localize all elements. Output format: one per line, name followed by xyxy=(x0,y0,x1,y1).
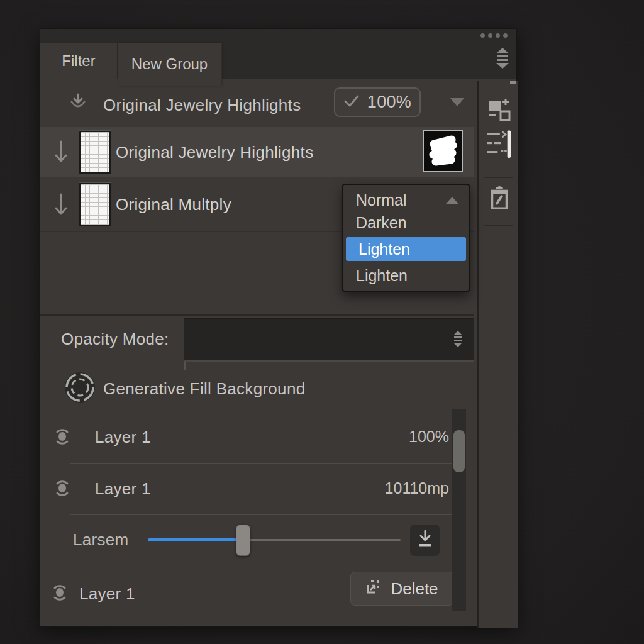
tab-filter[interactable]: Filter xyxy=(40,43,118,79)
list-layer-name: Layer 1 xyxy=(79,584,135,604)
menu-item-lighten-selected[interactable]: Lighten xyxy=(346,237,466,261)
mask-scribble-thumbnail[interactable] xyxy=(423,130,463,172)
row-divider xyxy=(70,514,452,515)
checkmark-icon xyxy=(343,94,360,111)
slider-fill xyxy=(148,538,237,541)
layer-thumbnail[interactable] xyxy=(79,183,111,226)
dashed-circle-icon[interactable] xyxy=(64,371,96,406)
trash-icon[interactable] xyxy=(487,184,511,212)
delete-button-label: Delete xyxy=(391,579,438,599)
generative-fill-row[interactable]: Generative Fill Background xyxy=(40,362,474,411)
slider-label: Larsem xyxy=(73,530,129,550)
opacity-mode-field[interactable] xyxy=(184,318,474,362)
adjustments-list-icon[interactable] xyxy=(487,131,511,159)
group-header-row[interactable]: Original Jewelry Highlights 100% xyxy=(40,79,474,127)
layer-row-jewelry-highlights[interactable]: Original Jewelry Highlights xyxy=(40,127,474,177)
sidebar-divider xyxy=(484,177,513,178)
eye-icon[interactable] xyxy=(55,427,69,450)
arrow-down-icon[interactable] xyxy=(54,192,68,219)
download-icon xyxy=(416,530,434,551)
menu-item-label: Lighten xyxy=(356,267,408,285)
blend-mode-menu: Normal Darken Lighten Lighten xyxy=(342,184,470,292)
menu-item-label: Darken xyxy=(356,214,407,232)
caret-down-icon[interactable] xyxy=(450,98,464,106)
new-layer-icon[interactable] xyxy=(487,96,511,124)
menu-item-darken[interactable]: Darken xyxy=(343,211,469,234)
list-layer-name: Layer 1 xyxy=(95,479,151,499)
opacity-value-box[interactable]: 100% xyxy=(334,87,421,117)
tab-group: Filter New Group xyxy=(40,43,222,79)
menu-item-label: Lighten xyxy=(358,240,410,258)
list-layer-name: Layer 1 xyxy=(95,428,151,447)
group-title: Original Jewelry Highlights xyxy=(103,96,301,115)
grip-dots-icon[interactable] xyxy=(480,33,508,38)
arrow-down-icon[interactable] xyxy=(54,140,68,166)
layer-thumbnail[interactable] xyxy=(79,131,111,174)
eye-icon[interactable] xyxy=(55,479,69,501)
tab-bar: Filter New Group xyxy=(40,43,516,79)
caret-up-icon[interactable] xyxy=(446,197,458,204)
sort-arrows-icon[interactable] xyxy=(496,48,509,72)
list-layer-value: 100% xyxy=(409,428,449,446)
layer-name: Original Jewelry Highlights xyxy=(116,143,313,162)
menu-item-label: Normal xyxy=(356,191,407,209)
section-divider xyxy=(40,314,474,316)
sidebar-divider xyxy=(484,225,513,226)
list-row-layer1-b[interactable]: Layer 1 10110mp xyxy=(40,463,474,514)
restore-frame-icon xyxy=(365,579,382,599)
tool-sidebar xyxy=(477,81,518,628)
panel-titlebar[interactable] xyxy=(40,29,516,43)
scrollbar-thumb[interactable] xyxy=(453,430,465,472)
stepper-icon[interactable] xyxy=(453,331,462,350)
import-arrow-icon[interactable] xyxy=(69,93,87,116)
list-layer-value: 10110mp xyxy=(385,479,449,497)
download-button[interactable] xyxy=(410,525,440,556)
layers-panel: Filter New Group Original Jewelry xyxy=(40,28,517,627)
eye-icon[interactable] xyxy=(53,583,67,606)
layer-name: Original Multply xyxy=(116,195,231,214)
menu-item-normal[interactable]: Normal xyxy=(343,189,469,211)
menu-item-lighten[interactable]: Lighten xyxy=(343,264,469,287)
sidebar-top-tick xyxy=(510,81,516,84)
desktop-background: Filter New Group Original Jewelry xyxy=(0,0,644,644)
generative-fill-label: Generative Fill Background xyxy=(103,379,305,399)
opacity-mode-label: Opacity Mode: xyxy=(61,330,169,349)
delete-button[interactable]: Delete xyxy=(350,572,453,606)
opacity-value: 100% xyxy=(367,92,411,112)
list-row-layer1-a[interactable]: Layer 1 100% xyxy=(40,411,474,463)
slider-handle[interactable] xyxy=(236,525,250,556)
